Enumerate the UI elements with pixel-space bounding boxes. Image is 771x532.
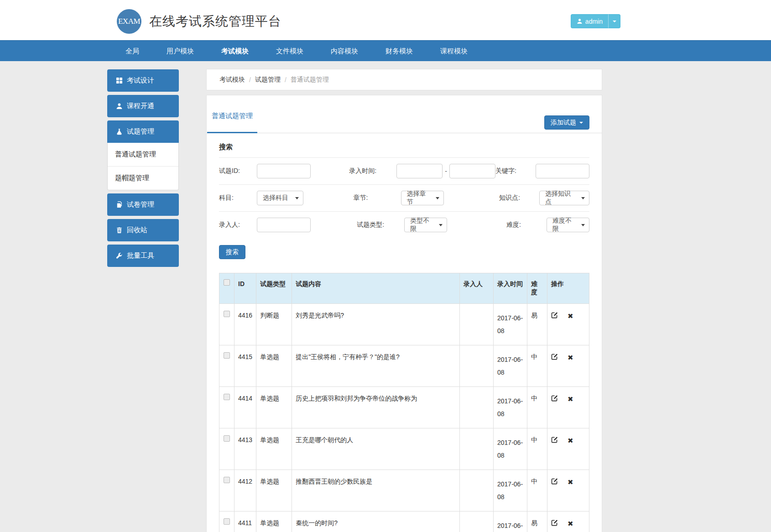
- edit-icon[interactable]: [551, 478, 558, 486]
- sidebar-item-2[interactable]: 课程开通: [107, 95, 179, 117]
- cell-difficulty: 中: [527, 387, 547, 428]
- row-checkbox[interactable]: [224, 477, 230, 483]
- enterer-input[interactable]: [257, 218, 311, 232]
- cell-operations: ✖: [547, 428, 589, 470]
- sidebar-item-4[interactable]: 试卷管理: [107, 193, 179, 216]
- delete-icon[interactable]: ✖: [568, 520, 573, 528]
- flask-icon: [116, 128, 123, 135]
- sidebar-item-3[interactable]: 试题管理: [107, 120, 179, 143]
- row-checkbox[interactable]: [224, 518, 230, 525]
- breadcrumb-item-2[interactable]: 试题管理: [255, 76, 281, 84]
- nav-item-1[interactable]: 全局: [112, 41, 153, 61]
- user-name: admin: [585, 18, 603, 25]
- chevron-down-icon: [579, 122, 583, 124]
- difficulty-select[interactable]: 难度不限: [547, 218, 589, 232]
- question-type-select[interactable]: 类型不限: [404, 218, 447, 232]
- copy-icon: [116, 201, 123, 208]
- nav-item-3[interactable]: 考试模块: [208, 41, 262, 61]
- breadcrumb: 考试模块/试题管理/普通试题管理: [206, 69, 602, 90]
- delete-icon[interactable]: ✖: [568, 437, 573, 445]
- user-icon: [116, 103, 123, 110]
- nav-item-5[interactable]: 内容模块: [317, 41, 372, 61]
- cell-entry-time: 2017-06-08: [494, 304, 527, 345]
- search-row-1: 试题ID: 录入时间: - 关键字:: [219, 157, 589, 184]
- search-submit-button[interactable]: 搜索: [219, 245, 245, 259]
- cell-question-id: 4416: [234, 304, 256, 345]
- nav-item-6[interactable]: 财务模块: [372, 41, 427, 61]
- edit-icon[interactable]: [551, 312, 558, 320]
- row-checkbox[interactable]: [224, 435, 230, 442]
- cell-operations: ✖: [547, 387, 589, 428]
- cell-question-content: 推翻西晋王朝的少数民族是: [292, 470, 460, 511]
- subject-select[interactable]: 选择科目: [257, 191, 303, 205]
- knowledge-point-select[interactable]: 选择知识点: [539, 191, 589, 205]
- delete-icon[interactable]: ✖: [568, 395, 573, 403]
- delete-icon[interactable]: ✖: [568, 478, 573, 486]
- entry-time-end-input[interactable]: [449, 164, 495, 178]
- submenu-item-2[interactable]: 题帽题管理: [108, 166, 178, 190]
- chapter-label: 章节:: [354, 194, 401, 202]
- cell-operations: ✖: [547, 345, 589, 387]
- submenu-item-1[interactable]: 普通试题管理: [108, 143, 178, 166]
- edit-icon[interactable]: [551, 436, 558, 444]
- sidebar-item-5[interactable]: 回收站: [107, 219, 179, 241]
- cell-question-content: 王充是哪个朝代的人: [292, 428, 460, 470]
- search-row-3: 录入人: 试题类型: 类型不限 难度: 难度不限: [219, 211, 589, 238]
- difficulty-select-value: 难度不限: [552, 217, 577, 233]
- row-checkbox[interactable]: [224, 394, 230, 400]
- cell-question-content: 秦统一的时间?: [292, 511, 460, 532]
- question-type-select-value: 类型不限: [410, 217, 434, 233]
- tab-bar: 普通试题管理: [207, 95, 602, 133]
- question-id-input[interactable]: [257, 164, 311, 178]
- cell-entry-time: 2017-06-08: [494, 470, 527, 511]
- column-header-2: 试题类型: [256, 273, 292, 304]
- question-type-label: 试题类型:: [357, 221, 404, 229]
- cell-question-id: 4415: [234, 345, 256, 387]
- column-header-4: 录入人: [460, 273, 494, 304]
- breadcrumb-separator: /: [249, 76, 251, 83]
- add-question-button[interactable]: 添加试题: [544, 115, 589, 130]
- cell-entry-time: 2017-06-08: [494, 387, 527, 428]
- delete-icon[interactable]: ✖: [568, 354, 573, 362]
- nav-item-4[interactable]: 文件模块: [262, 41, 317, 61]
- keyword-input[interactable]: [536, 164, 589, 178]
- sidebar-item-1[interactable]: 考试设计: [107, 69, 179, 92]
- user-icon: [577, 18, 583, 24]
- breadcrumb-item-1[interactable]: 考试模块: [219, 76, 245, 84]
- cell-question-content: 刘秀是光武帝吗?: [292, 304, 460, 345]
- edit-icon[interactable]: [551, 395, 558, 403]
- admin-user-button[interactable]: admin: [571, 14, 609, 28]
- content-panel: 普通试题管理 添加试题 搜索 试题ID: 录入时间: - 关键字:: [206, 95, 602, 532]
- cell-enterer: [460, 428, 494, 470]
- search-section: 搜索 试题ID: 录入时间: - 关键字:: [207, 143, 602, 532]
- trash-icon: [116, 227, 123, 234]
- cell-enterer: [460, 511, 494, 532]
- sidebar-item-label: 批量工具: [127, 251, 154, 260]
- chevron-down-icon: [295, 197, 299, 199]
- select-all-checkbox[interactable]: [224, 279, 230, 286]
- table-row: 4416判断题刘秀是光武帝吗?2017-06-08易✖: [219, 304, 589, 345]
- nav-item-2[interactable]: 用户模块: [153, 41, 208, 61]
- knowledge-point-label: 知识点:: [499, 194, 539, 202]
- row-checkbox[interactable]: [224, 352, 230, 359]
- sidebar-submenu: 普通试题管理题帽题管理: [107, 143, 179, 190]
- sidebar-item-label: 考试设计: [127, 76, 154, 85]
- chapter-select[interactable]: 选择章节: [401, 191, 444, 205]
- edit-icon[interactable]: [551, 353, 558, 361]
- tab-common-question-management[interactable]: 普通试题管理: [207, 106, 257, 133]
- row-checkbox[interactable]: [224, 311, 230, 317]
- delete-icon[interactable]: ✖: [568, 312, 573, 320]
- nav-item-7[interactable]: 课程模块: [427, 41, 481, 61]
- user-dropdown-toggle[interactable]: [609, 14, 620, 28]
- sidebar-item-6[interactable]: 批量工具: [107, 245, 179, 267]
- cell-enterer: [460, 304, 494, 345]
- sidebar-item-label: 回收站: [127, 226, 147, 235]
- cell-operations: ✖: [547, 304, 589, 345]
- cell-question-id: 4412: [234, 470, 256, 511]
- entry-time-start-input[interactable]: [396, 164, 443, 178]
- edit-icon[interactable]: [551, 519, 558, 527]
- question-table-body: 4416判断题刘秀是光武帝吗?2017-06-08易✖4415单选题提出"王侯将…: [219, 304, 589, 532]
- table-row: 4411单选题秦统一的时间?2017-06-08易✖: [219, 511, 589, 532]
- cell-question-id: 4413: [234, 428, 256, 470]
- grid-icon: [116, 77, 123, 84]
